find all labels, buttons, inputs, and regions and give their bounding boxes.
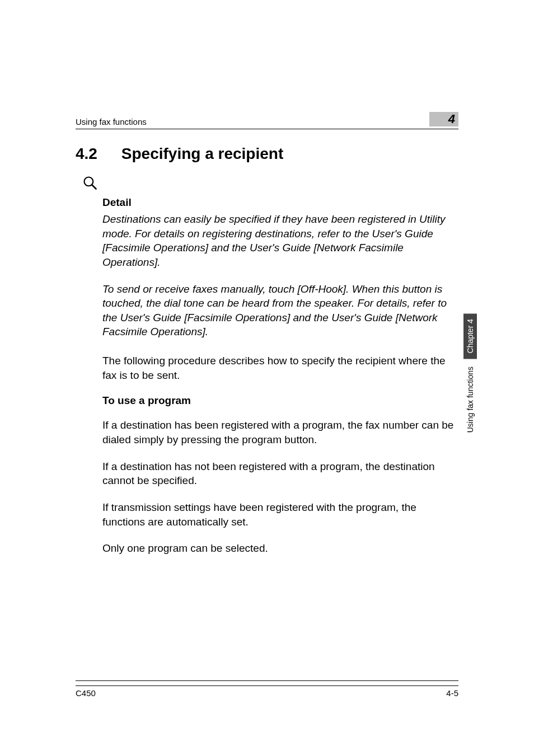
footer-overline bbox=[76, 680, 458, 681]
body-intro: The following procedure describes how to… bbox=[102, 354, 458, 382]
magnifier-icon bbox=[82, 175, 458, 193]
side-tab-chapter: Chapter 4 bbox=[463, 313, 477, 359]
footer-model: C450 bbox=[76, 688, 96, 698]
breadcrumb: Using fax functions bbox=[76, 117, 147, 126]
body-paragraph-3: If transmission settings have been regis… bbox=[102, 500, 458, 529]
page-container: Using fax functions 4 4.2 Specifying a r… bbox=[0, 0, 534, 756]
body-paragraph-1: If a destination has been registered wit… bbox=[102, 418, 458, 447]
chapter-number-box: 4 bbox=[429, 112, 458, 126]
detail-label: Detail bbox=[102, 196, 458, 209]
section-heading: 4.2 Specifying a recipient bbox=[76, 145, 458, 163]
subsection-heading: To use a program bbox=[102, 395, 458, 407]
header-row: Using fax functions 4 bbox=[76, 112, 458, 129]
section-number: 4.2 bbox=[76, 145, 117, 163]
footer-row: C450 4-5 bbox=[76, 685, 458, 698]
side-tab-section: Using fax functions bbox=[463, 363, 477, 436]
detail-paragraph-2: To send or receive faxes manually, touch… bbox=[102, 282, 458, 340]
body-paragraph-2: If a destination has not been registered… bbox=[102, 459, 458, 488]
side-tabs: Chapter 4 Using fax functions bbox=[463, 313, 477, 436]
body-paragraph-4: Only one program can be selected. bbox=[102, 541, 458, 556]
detail-paragraph-1: Destinations can easily be specified if … bbox=[102, 212, 458, 270]
detail-block: Detail Destinations can easily be specif… bbox=[102, 175, 458, 339]
section-title: Specifying a recipient bbox=[121, 145, 283, 162]
chapter-number: 4 bbox=[448, 112, 455, 126]
svg-line-1 bbox=[92, 185, 96, 189]
footer-page-number: 4-5 bbox=[446, 688, 458, 698]
